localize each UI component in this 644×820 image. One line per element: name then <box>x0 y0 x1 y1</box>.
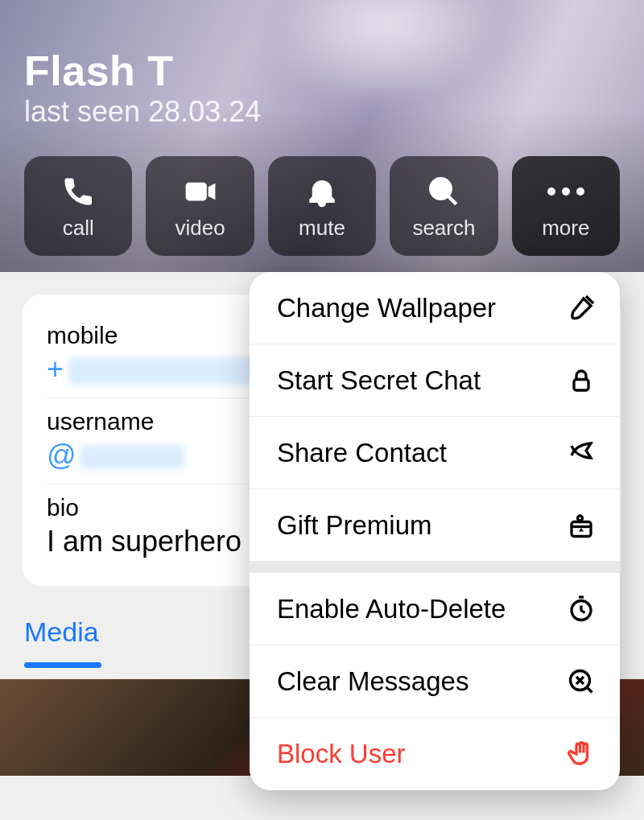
menu-clear-messages-label: Clear Messages <box>277 666 469 697</box>
search-label: search <box>412 216 475 241</box>
last-seen-status: last seen 28.03.24 <box>24 95 261 129</box>
tab-media-indicator <box>24 662 101 668</box>
timer-icon <box>565 593 597 625</box>
menu-share-contact[interactable]: Share Contact <box>250 417 620 489</box>
share-icon <box>565 437 597 469</box>
more-label: more <box>542 216 589 241</box>
more-button[interactable]: more <box>512 156 620 256</box>
search-button[interactable]: search <box>390 156 497 256</box>
more-menu-popup: Change Wallpaper Start Secret Chat Share… <box>250 272 620 790</box>
clear-chat-icon <box>565 665 597 698</box>
mute-label: mute <box>299 216 345 241</box>
menu-block-user[interactable]: Block User <box>250 718 620 790</box>
svg-rect-2 <box>574 379 588 390</box>
menu-share-contact-label: Share Contact <box>277 438 447 468</box>
svg-line-1 <box>448 196 457 204</box>
mobile-value: + <box>47 352 64 385</box>
contact-name: Flash T <box>24 47 174 95</box>
action-row: call video mute search more <box>24 156 620 256</box>
lock-icon <box>565 365 597 397</box>
video-label: video <box>175 216 225 241</box>
svg-point-0 <box>431 179 452 199</box>
menu-change-wallpaper[interactable]: Change Wallpaper <box>250 272 620 344</box>
menu-separator <box>250 562 620 573</box>
menu-gift-premium[interactable]: Gift Premium <box>250 489 620 562</box>
bell-icon <box>303 172 341 211</box>
video-icon <box>181 172 220 211</box>
menu-start-secret-chat[interactable]: Start Secret Chat <box>250 344 620 417</box>
mute-button[interactable]: mute <box>268 156 376 256</box>
more-icon <box>547 172 585 211</box>
hand-icon <box>565 738 597 770</box>
menu-block-user-label: Block User <box>277 739 406 769</box>
menu-clear-messages[interactable]: Clear Messages <box>250 645 620 718</box>
menu-start-secret-chat-label: Start Secret Chat <box>277 365 481 396</box>
phone-icon <box>59 172 97 211</box>
username-value: @ <box>47 439 76 472</box>
gift-icon <box>565 509 597 542</box>
menu-change-wallpaper-label: Change Wallpaper <box>277 293 496 323</box>
menu-enable-auto-delete[interactable]: Enable Auto-Delete <box>250 573 620 645</box>
search-icon <box>424 172 463 211</box>
username-redacted <box>80 445 184 469</box>
brush-icon <box>565 292 597 324</box>
menu-gift-premium-label: Gift Premium <box>277 510 432 541</box>
call-button[interactable]: call <box>24 156 132 256</box>
profile-header: Flash T last seen 28.03.24 call video mu… <box>0 0 644 272</box>
call-label: call <box>63 216 94 241</box>
video-button[interactable]: video <box>146 156 254 256</box>
menu-enable-auto-delete-label: Enable Auto-Delete <box>277 594 506 624</box>
